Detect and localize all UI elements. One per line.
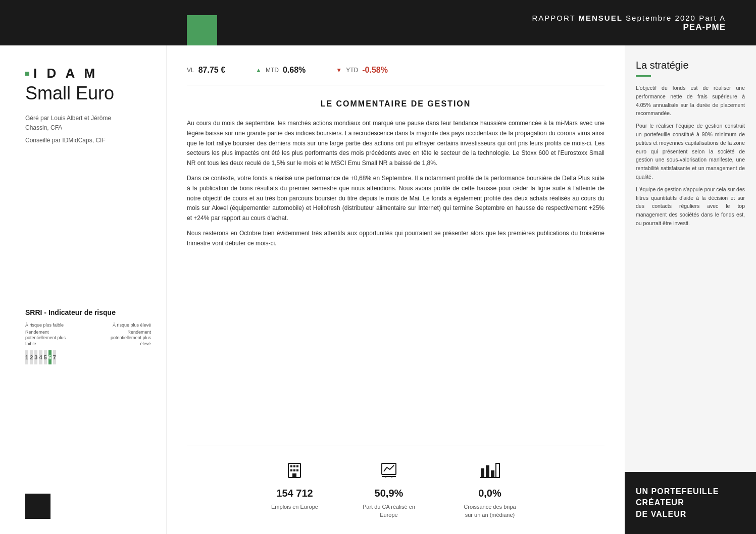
ytd-value: -0.58% [362,66,388,75]
bstat-emplois: 154 712 Emplois en Europe [271,461,318,511]
strategy-section: La stratégie L'objectif du fonds est de … [625,45,756,472]
svg-rect-15 [496,463,499,477]
srri-box-2: 2 [30,350,33,364]
mtd-arrow-icon: ▲ [256,67,262,74]
building-icon [285,461,304,484]
svg-rect-6 [296,469,298,471]
svg-rect-14 [491,470,494,477]
strategy-p1: L'objectif du fonds est de réaliser une … [636,84,745,118]
svg-rect-5 [293,469,295,471]
ytd-arrow-icon: ▼ [336,67,342,74]
left-bottom-square [25,494,51,519]
bottom-stats: 154 712 Emplois en Europe 50,9% Part du … [187,446,604,519]
srri-box-4: 4 [39,350,42,364]
header-right-text: RAPPORT MENSUEL Septembre 2020 Part A PE… [532,14,726,32]
rapport-prefix: RAPPORT [532,14,575,22]
idam-label: I D A M [25,66,151,81]
portefeuille-line2: CRÉATEUR [636,497,745,508]
srri-sub-low: Rendement potentiellement plus faible [25,330,76,347]
svg-rect-1 [290,465,292,467]
strategy-title: La stratégie [636,60,745,71]
srri-box-5: 5 [44,350,47,364]
portefeuille-line1: UN PORTEFEUILLE [636,486,745,497]
commentary-title: LE COMMENTAIRE DE GESTION [187,99,604,109]
bstat-bnpa-label: Croissance des bnpa sur un an (médiane) [460,503,520,519]
portefeuille-section: UN PORTEFEUILLE CRÉATEUR DE VALEUR [625,472,756,534]
bar-chart-icon [480,461,500,484]
srri-sub-high: Rendement potentiellement plus élevé [100,330,151,347]
commentary-p2: Dans ce contexte, votre fonds a réalisé … [187,174,604,224]
srri-label-low: À risque plus faible [25,323,64,328]
strategy-p2: Pour le réaliser l'équipe de gestion con… [636,122,745,181]
main-content: I D A M Small Euro Géré par Louis Albert… [0,45,756,534]
fund-logo-area: I D A M Small Euro Géré par Louis Albert… [25,66,151,148]
rapport-sub: PEA-PME [532,22,726,32]
strategy-p3: L'équipe de gestion s'appuie pour cela s… [636,185,745,228]
svg-rect-2 [293,465,295,467]
rapport-date: Septembre 2020 [626,14,696,22]
srri-label-high: À risque plus élevé [113,323,151,328]
srri-box-6: 6 [48,350,52,364]
right-column: La stratégie L'objectif du fonds est de … [625,45,756,534]
chart-icon [380,461,398,484]
idam-dot [25,72,29,76]
srri-sub-labels: Rendement potentiellement plus faible Re… [25,330,151,347]
fund-acronym: I D A M [33,66,98,81]
svg-rect-7 [292,473,296,477]
portefeuille-line3: DE VALEUR [636,509,745,520]
fund-advisor: Conseillé par IDMidCaps, CIF [25,136,151,145]
bstat-bnpa-value: 0,0% [478,488,501,499]
ytd-stat: ▼ YTD -0.58% [336,66,388,75]
srri-labels: À risque plus faible À risque plus élevé [25,323,151,328]
commentary-p1: Au cours du mois de septembre, les march… [187,119,604,169]
srri-title: SRRI - Indicateur de risque [25,308,151,316]
bstat-ca: 50,9% Part du CA réalisé en Europe [359,461,419,519]
srri-box-1: 1 [25,350,28,364]
mtd-value: 0.68% [283,66,306,75]
svg-rect-13 [486,465,489,477]
vl-stat: VL 87.75 € [187,66,225,75]
srri-section: SRRI - Indicateur de risque À risque plu… [25,288,151,364]
bstat-emplois-value: 154 712 [276,488,313,499]
svg-rect-3 [296,465,298,467]
srri-box-7: 7 [53,350,56,364]
vl-label: VL [187,67,194,74]
stats-row: VL 87.75 € ▲ MTD 0.68% ▼ YTD -0.58% [187,61,604,85]
ytd-label: YTD [346,67,358,74]
srri-box-3: 3 [34,350,37,364]
green-square-decoration [187,15,217,45]
fund-manager-line1: Géré par Louis Albert et Jérôme Chassin,… [25,114,151,133]
strategy-underline [636,75,651,77]
bstat-ca-value: 50,9% [375,488,404,499]
left-column: I D A M Small Euro Géré par Louis Albert… [0,45,167,534]
strategy-text: L'objectif du fonds est de réaliser une … [636,84,745,228]
rapport-bold: MENSUEL [579,14,623,22]
bstat-bnpa: 0,0% Croissance des bnpa sur un an (médi… [460,461,520,519]
commentary-text: Au cours du mois de septembre, les march… [187,119,604,254]
header-bar: RAPPORT MENSUEL Septembre 2020 Part A PE… [0,0,756,45]
svg-rect-12 [481,468,484,477]
bstat-emplois-label: Emplois en Europe [271,503,318,511]
vl-value: 87.75 € [198,66,225,75]
srri-boxes: 1234567 [25,350,56,364]
srri-boxes-row: 1234567 [25,350,151,364]
portefeuille-text: UN PORTEFEUILLE CRÉATEUR DE VALEUR [636,486,745,520]
mtd-stat: ▲ MTD 0.68% [256,66,306,75]
mtd-label: MTD [266,67,279,74]
rapport-title-line: RAPPORT MENSUEL Septembre 2020 Part A [532,14,726,22]
commentary-p3: Nous resterons en Octobre bien évidemmen… [187,229,604,249]
bstat-ca-label: Part du CA réalisé en Europe [359,503,419,519]
svg-rect-4 [290,469,292,471]
rapport-part: Part A [699,14,726,22]
fund-name: Small Euro [25,83,151,103]
middle-column: VL 87.75 € ▲ MTD 0.68% ▼ YTD -0.58% LE C… [167,45,625,534]
